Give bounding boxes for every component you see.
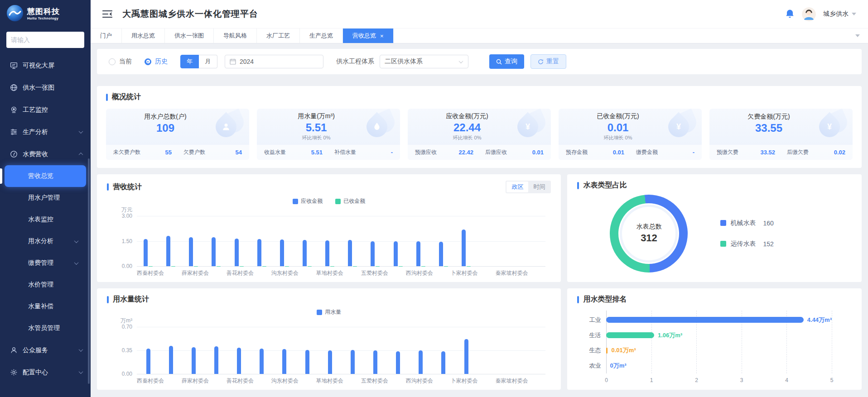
- stat-card-footer: 预缴应收22.42后缴应收0.01: [408, 145, 551, 160]
- sidebar-subitem-水管员管理[interactable]: 水管员管理: [5, 317, 86, 339]
- system-label: 供水工程体系: [336, 57, 374, 66]
- tab-营收总览[interactable]: 营收总览×: [343, 29, 394, 43]
- bar-value-label: 0万m³: [610, 362, 626, 370]
- x-axis-label: [343, 377, 361, 384]
- category-label: 农业: [589, 362, 601, 370]
- sidebar-item-label: 工艺监控: [23, 106, 48, 114]
- year-picker-input[interactable]: 2024: [225, 55, 323, 68]
- water-usage-title: 用水量统计: [107, 295, 149, 304]
- stat-detail-value: 0.02: [834, 149, 845, 156]
- x-axis-label: [209, 269, 227, 277]
- stat-detail-value: 22.42: [458, 149, 473, 156]
- usage-ranking-card: 用水类型排名 012345工业4.44万m³生活1.06万m³生态0.01万m³…: [567, 288, 862, 390]
- period-year-button[interactable]: 年: [180, 55, 199, 68]
- bar: [373, 350, 377, 374]
- stat-label: 应收金额(万元): [420, 112, 515, 120]
- tab-门户[interactable]: 门户: [91, 29, 122, 43]
- bar: [396, 351, 400, 374]
- radio-current[interactable]: 当前: [109, 57, 132, 66]
- sidebar-item-工艺监控[interactable]: 工艺监控: [0, 99, 91, 121]
- sidebar-subitem-缴费管理[interactable]: 缴费管理: [5, 252, 86, 274]
- sidebar-subitem-label: 营收总览: [28, 172, 53, 180]
- collapse-menu-icon[interactable]: [102, 10, 112, 18]
- legend-item-用水量[interactable]: 用水量: [317, 308, 341, 316]
- sidebar-subitem-水价管理[interactable]: 水价管理: [5, 274, 86, 296]
- bar-slot: [273, 327, 296, 374]
- section-title-bar: [577, 182, 579, 189]
- bar-slot: [523, 327, 545, 374]
- filter-bar: 当前 历史 年 月 2024: [97, 49, 862, 74]
- chevron-down-icon: [74, 239, 79, 243]
- bar-slot: [251, 327, 273, 374]
- x-axis-label: [528, 269, 546, 277]
- period-month-button[interactable]: 月: [199, 55, 217, 68]
- water-usage-x-axis: 西秦村委会薛家村委会善花村委会沟东村委会草地村委会五爱村委会西沟村委会卜家村委会…: [137, 377, 545, 384]
- sidebar-search-input[interactable]: [6, 32, 84, 48]
- legend-item-已收金额[interactable]: 已收金额: [335, 197, 365, 205]
- sidebar-subitem-营收总览[interactable]: 营收总览: [5, 165, 86, 187]
- calendar-icon: [230, 58, 236, 65]
- search-button[interactable]: 查询: [489, 54, 524, 69]
- sidebar-item-供水一张图[interactable]: 供水一张图: [0, 77, 91, 99]
- sidebar-item-配置中心[interactable]: 配置中心: [0, 361, 91, 383]
- sidebar-subitem-label: 水管员管理: [28, 324, 60, 332]
- bar: [441, 351, 445, 374]
- avatar[interactable]: [802, 7, 816, 21]
- legend-item-应收金额[interactable]: 应收金额: [293, 197, 323, 205]
- ranking-row-生活: 生活1.06万m³: [606, 332, 832, 339]
- notifications-bell-icon[interactable]: [785, 9, 795, 19]
- radio-history[interactable]: 历史: [145, 57, 168, 66]
- sidebar-subitem-用水户管理[interactable]: 用水户管理: [5, 187, 86, 209]
- bar-slot: [182, 327, 205, 374]
- legend-label: 远传水表: [730, 240, 756, 248]
- tab-生产总览[interactable]: 生产总览: [300, 29, 343, 43]
- tab-导航风格[interactable]: 导航风格: [214, 29, 257, 43]
- stat-detail-label: 补偿水量: [334, 148, 356, 156]
- tab-用水总览[interactable]: 用水总览: [122, 29, 165, 43]
- sidebar-item-可视化大屏[interactable]: 可视化大屏: [0, 54, 91, 77]
- visual-screen-icon: [10, 62, 18, 69]
- sidebar-item-生产分析[interactable]: 生产分析: [0, 121, 91, 143]
- stat-detail-label: 欠费户数: [183, 148, 205, 156]
- sidebar-subitem-水量补偿[interactable]: 水量补偿: [5, 296, 86, 317]
- donut-legend-item-远传水表[interactable]: 远传水表152: [720, 240, 773, 248]
- meter-type-header: 水表类型占比: [577, 181, 852, 190]
- close-icon[interactable]: ×: [380, 33, 384, 39]
- tab-供水一张图[interactable]: 供水一张图: [165, 29, 214, 43]
- toggle-时间[interactable]: 时间: [528, 182, 550, 192]
- sidebar-subitem-水表监控[interactable]: 水表监控: [5, 209, 86, 230]
- chevron-down-icon: [74, 260, 79, 265]
- x-axis-label: [164, 269, 182, 277]
- bar: [371, 241, 375, 267]
- stat-label: 已收金额(万元): [570, 112, 665, 120]
- system-select[interactable]: 二区供水体系: [380, 55, 468, 68]
- x-axis-label: 草地村委会: [316, 377, 343, 384]
- x-axis-label: 卜家村委会: [451, 269, 478, 277]
- bar-slot: [341, 327, 364, 374]
- stat-card-main: 应收金额(万元)22.44环比增长 0%¥: [408, 109, 551, 145]
- sidebar-item-公众服务[interactable]: 公众服务: [0, 339, 91, 361]
- tabbar-collapse-icon[interactable]: [847, 29, 868, 43]
- search-icon: [496, 59, 502, 65]
- logo-title: 慧图科技: [27, 8, 60, 16]
- chevron-down-icon: [79, 129, 83, 134]
- stat-value: 22.44: [420, 121, 515, 134]
- toggle-政区[interactable]: 政区: [506, 182, 528, 192]
- donut-center-label: 水表总数: [636, 223, 661, 231]
- sidebar-item-水费营收[interactable]: 水费营收: [0, 143, 91, 165]
- bar: [606, 317, 803, 323]
- legend-swatch: [317, 310, 322, 315]
- user-menu[interactable]: 城乡供水: [823, 10, 856, 18]
- stat-card-text: 欠费金额(万元)33.55: [709, 113, 816, 141]
- sidebar-subitem-用水分析[interactable]: 用水分析: [5, 230, 86, 252]
- reset-button[interactable]: 重置: [530, 54, 566, 69]
- bar: [416, 241, 420, 267]
- bar-slot: [455, 327, 477, 374]
- tab-水厂工艺[interactable]: 水厂工艺: [257, 29, 300, 43]
- bar: [237, 348, 241, 374]
- sidebar-subitem-label: 水价管理: [28, 281, 53, 289]
- bar-slot: [455, 216, 477, 266]
- stat-detail-value: 0.01: [532, 149, 544, 156]
- bar-slot: [205, 216, 227, 266]
- donut-legend-item-机械水表[interactable]: 机械水表160: [720, 219, 773, 227]
